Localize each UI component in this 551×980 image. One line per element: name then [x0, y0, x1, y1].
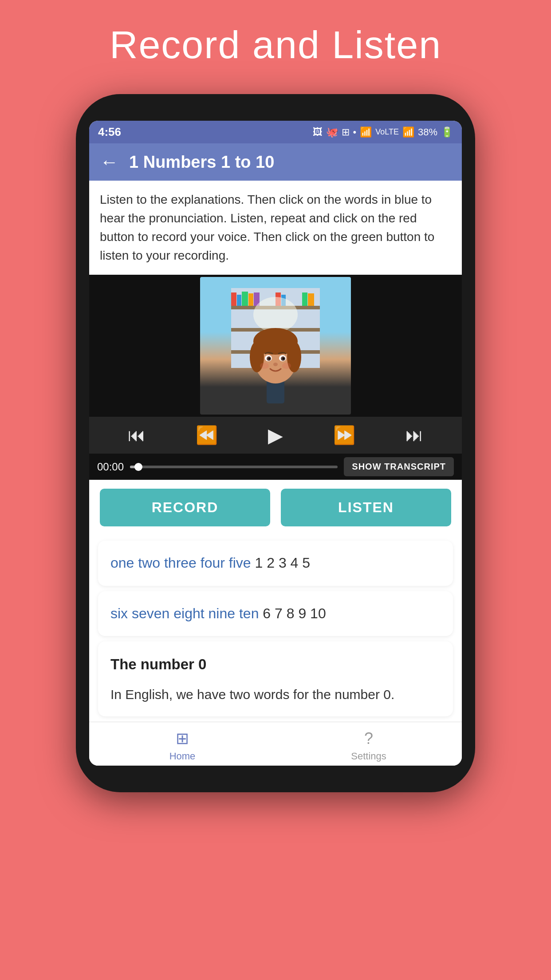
play-button[interactable]: ▶	[268, 424, 283, 447]
num-1: 1	[255, 555, 267, 571]
word-four[interactable]: four	[201, 555, 229, 571]
num-2: 2	[267, 555, 279, 571]
word-one[interactable]: one	[110, 555, 138, 571]
home-icon: ⊞	[176, 729, 189, 748]
content-body: In English, we have two words for the nu…	[110, 683, 441, 706]
time-label: 00:00	[97, 461, 124, 473]
video-avatar-area	[200, 277, 351, 415]
listen-button[interactable]: LISTEN	[281, 489, 451, 526]
word-nine[interactable]: nine	[209, 605, 239, 621]
num-5: 5	[302, 555, 310, 571]
svg-rect-4	[231, 292, 236, 306]
home-label: Home	[169, 751, 196, 762]
avatar-svg	[231, 288, 320, 403]
svg-point-26	[273, 363, 278, 366]
phone-frame: 4:56 🖼 🐙 ⊞ • 📶 VoLTE 📶 38% 🔋 ← 1 Numbers…	[76, 94, 475, 792]
word-eight[interactable]: eight	[173, 605, 208, 621]
action-buttons-row: RECORD LISTEN	[89, 480, 462, 535]
nav-item-settings[interactable]: ? Settings	[276, 729, 462, 762]
svg-point-24	[268, 358, 271, 360]
skip-back-button[interactable]: ⏮	[128, 425, 146, 445]
battery-icon: 🔋	[441, 126, 453, 138]
content-title: The number 0	[110, 652, 441, 677]
svg-rect-19	[258, 340, 293, 354]
word-card-row2: six seven eight nine ten 6 7 8 9 10	[98, 591, 453, 636]
svg-rect-7	[248, 293, 253, 306]
nav-item-home[interactable]: ⊞ Home	[89, 729, 276, 762]
word-two[interactable]: two	[138, 555, 164, 571]
lte-label: VoLTE	[375, 127, 399, 137]
num-7: 7	[275, 605, 287, 621]
photo-icon: 🖼	[313, 126, 323, 138]
svg-rect-5	[237, 295, 241, 306]
progress-row: 00:00 SHOW TRANSCRIPT	[89, 454, 462, 480]
num-9: 9	[298, 605, 310, 621]
video-section	[89, 275, 462, 417]
word-three[interactable]: three	[164, 555, 201, 571]
word-ten[interactable]: ten	[239, 605, 263, 621]
svg-point-25	[283, 358, 285, 360]
settings-icon: ?	[364, 729, 373, 748]
fast-forward-button[interactable]: ⏩	[333, 425, 355, 446]
num-8: 8	[287, 605, 299, 621]
word-six[interactable]: six	[110, 605, 132, 621]
num-10: 10	[310, 605, 326, 621]
signal-icon: 📶	[402, 126, 414, 138]
header-title: 1 Numbers 1 to 10	[129, 153, 274, 172]
wifi-icon: 📶	[360, 126, 372, 138]
num-6: 6	[263, 605, 275, 621]
status-bar: 4:56 🖼 🐙 ⊞ • 📶 VoLTE 📶 38% 🔋	[89, 121, 462, 143]
content-card: The number 0 In English, we have two wor…	[98, 641, 453, 716]
bottom-nav: ⊞ Home ? Settings	[89, 722, 462, 766]
page-title: Record and Listen	[110, 22, 441, 67]
svg-rect-6	[242, 292, 248, 306]
app-icon: 🐙	[326, 126, 338, 138]
video-controls: ⏮ ⏪ ▶ ⏩ ⏭	[89, 417, 462, 454]
transcript-button[interactable]: SHOW TRANSCRIPT	[344, 457, 454, 476]
svg-point-13	[253, 297, 298, 332]
grid-icon: ⊞	[342, 126, 350, 138]
skip-forward-button[interactable]: ⏭	[405, 425, 423, 445]
word-five[interactable]: five	[229, 555, 255, 571]
dot-icon: •	[353, 126, 357, 138]
instructions-text: Listen to the explanations. Then click o…	[89, 181, 462, 275]
app-header: ← 1 Numbers 1 to 10	[89, 143, 462, 181]
word-seven[interactable]: seven	[132, 605, 173, 621]
status-icons: 🖼 🐙 ⊞ • 📶 VoLTE 📶 38% 🔋	[313, 126, 453, 138]
progress-bar-track[interactable]	[130, 466, 338, 468]
svg-rect-12	[308, 293, 314, 306]
svg-point-28	[282, 363, 291, 369]
back-button[interactable]: ←	[100, 151, 118, 173]
num-3: 3	[279, 555, 291, 571]
num-4: 4	[291, 555, 303, 571]
svg-point-27	[260, 363, 269, 369]
status-time: 4:56	[98, 125, 121, 139]
phone-screen: 4:56 🖼 🐙 ⊞ • 📶 VoLTE 📶 38% 🔋 ← 1 Numbers…	[89, 121, 462, 766]
rewind-button[interactable]: ⏪	[196, 425, 218, 446]
svg-rect-11	[302, 292, 307, 306]
record-button[interactable]: RECORD	[100, 489, 270, 526]
settings-label: Settings	[351, 751, 386, 762]
word-card-row1: one two three four five 1 2 3 4 5	[98, 541, 453, 586]
battery-label: 38%	[418, 126, 437, 138]
progress-dot	[134, 463, 142, 471]
